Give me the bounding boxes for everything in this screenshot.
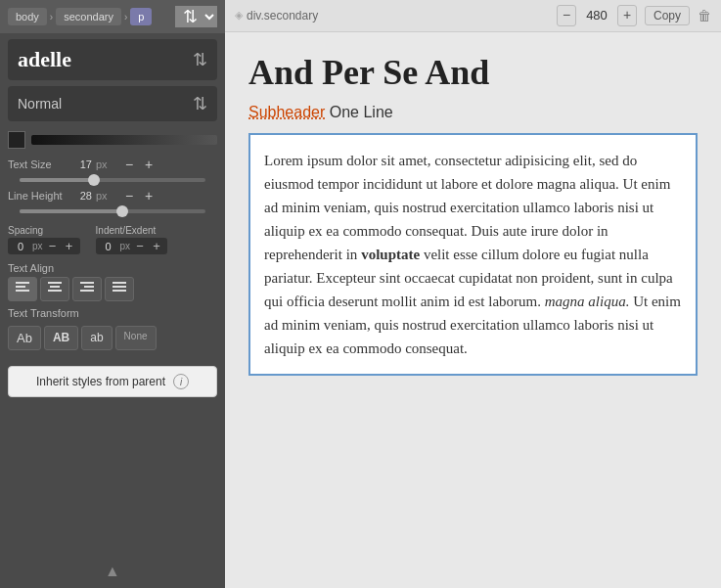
body-text-box: Lorem ipsum dolor sit amet, consectetur …: [248, 133, 698, 376]
text-size-plus[interactable]: +: [141, 157, 157, 172]
svg-rect-5: [48, 290, 62, 292]
indent-control: 0 px − +: [96, 238, 168, 254]
color-swatch[interactable]: [8, 131, 25, 149]
breadcrumb-p[interactable]: p: [130, 8, 152, 25]
align-center-btn[interactable]: [40, 277, 69, 301]
svg-rect-10: [113, 286, 126, 288]
align-justify-btn[interactable]: [105, 277, 134, 301]
svg-rect-9: [113, 282, 126, 284]
line-height-fill: [20, 209, 122, 213]
width-plus-btn[interactable]: +: [617, 5, 637, 26]
text-size-slider-container: [8, 178, 217, 188]
line-height-plus[interactable]: +: [141, 188, 157, 204]
text-size-label: Text Size: [8, 158, 68, 170]
svg-rect-0: [16, 282, 29, 284]
text-size-minus[interactable]: −: [121, 157, 137, 172]
spacing-minus[interactable]: −: [46, 240, 60, 252]
transform-titlecase-btn[interactable]: Ab: [8, 326, 41, 350]
style-name: Normal: [18, 96, 62, 112]
bold-word: voluptate: [361, 247, 420, 262]
line-height-track[interactable]: [20, 209, 205, 213]
text-size-value: 17: [72, 158, 92, 170]
line-height-row: Line Height 28 px − +: [8, 188, 217, 204]
align-center-icon: [48, 282, 62, 294]
breadcrumb-arrow-1: ›: [50, 12, 53, 23]
transform-uppercase-btn[interactable]: AB: [44, 326, 78, 350]
trash-icon[interactable]: 🗑: [698, 8, 711, 23]
line-height-label: Line Height: [8, 190, 68, 202]
chevron-up-icon: ▲: [105, 563, 120, 580]
text-align-label: Text Align: [0, 256, 225, 277]
text-transform-label: Text Transform: [0, 301, 225, 322]
spacing-plus[interactable]: +: [63, 240, 76, 252]
indent-plus[interactable]: +: [150, 240, 163, 252]
indent-label: Indent/Exdent: [96, 225, 168, 236]
style-arrows-icon[interactable]: ⇅: [193, 93, 207, 114]
inherit-styles-button[interactable]: Inherit styles from parent i: [8, 366, 217, 397]
inherit-styles-label: Inherit styles from parent: [36, 375, 165, 388]
width-control: − 480 +: [557, 5, 637, 26]
spacing-label: Spacing: [8, 225, 80, 236]
transform-none-btn[interactable]: None: [115, 326, 157, 350]
top-bar: ◈ div.secondary − 480 + Copy 🗑: [225, 0, 721, 32]
svg-rect-8: [80, 290, 94, 292]
svg-rect-3: [48, 282, 62, 284]
color-bar[interactable]: [31, 135, 217, 145]
breadcrumb-arrow-2: ›: [124, 12, 127, 23]
text-align-row: [0, 277, 225, 301]
svg-rect-11: [113, 290, 126, 292]
indent-group: Indent/Exdent 0 px − +: [96, 225, 168, 254]
line-height-slider-container: [8, 209, 217, 219]
subheader-part2: One Line: [325, 104, 392, 120]
content-area: And Per Se And Subheader One Line Lorem …: [225, 32, 721, 588]
indent-minus[interactable]: −: [133, 240, 147, 252]
bottom-arrow[interactable]: ▲: [0, 555, 225, 588]
transform-lowercase-btn[interactable]: ab: [81, 326, 112, 350]
font-selector[interactable]: adelle ⇅: [8, 39, 217, 80]
line-height-value: 28: [72, 190, 92, 202]
color-bar-row: [0, 127, 225, 153]
line-height-minus[interactable]: −: [121, 188, 137, 204]
width-value: 480: [580, 8, 613, 23]
breadcrumb-secondary[interactable]: secondary: [56, 8, 121, 25]
breadcrumb-select[interactable]: ⇅: [175, 6, 217, 27]
svg-rect-7: [84, 286, 94, 288]
style-selector[interactable]: Normal ⇅: [8, 86, 217, 121]
align-left-icon: [16, 282, 29, 294]
text-size-fill: [20, 178, 94, 182]
font-name: adelle: [18, 47, 71, 72]
svg-rect-2: [16, 290, 29, 292]
font-arrows-icon[interactable]: ⇅: [193, 49, 207, 70]
spacing-row: Spacing 0 px − + Indent/Exdent 0 px − +: [0, 223, 225, 256]
text-size-thumb[interactable]: [88, 174, 100, 186]
body-text: Lorem ipsum dolor sit amet, consectetur …: [264, 149, 682, 360]
copy-button[interactable]: Copy: [645, 6, 690, 25]
right-breadcrumb-icon: ◈: [235, 9, 243, 22]
subheader-part1: Subheader: [248, 104, 325, 120]
right-panel: ◈ div.secondary − 480 + Copy 🗑 And Per S…: [225, 0, 721, 588]
svg-rect-4: [50, 286, 60, 288]
line-height-unit: px: [96, 190, 117, 202]
text-transform-row: Ab AB ab None: [0, 322, 225, 354]
left-panel: body › secondary › p ⇅ adelle ⇅ Normal ⇅…: [0, 0, 225, 588]
svg-rect-1: [16, 286, 25, 288]
right-breadcrumb: ◈ div.secondary: [235, 9, 318, 23]
align-right-btn[interactable]: [72, 277, 102, 301]
italic-phrase: magna aliqua.: [545, 294, 630, 309]
text-size-unit: px: [96, 158, 117, 170]
text-size-track[interactable]: [20, 178, 205, 182]
line-height-thumb[interactable]: [116, 205, 128, 217]
spacing-unit: px: [32, 241, 43, 251]
indent-unit: px: [120, 241, 131, 251]
breadcrumb-body[interactable]: body: [8, 8, 47, 25]
width-minus-btn[interactable]: −: [557, 5, 576, 26]
indent-value: 0: [100, 241, 117, 252]
align-right-icon: [80, 282, 94, 294]
text-size-row: Text Size 17 px − +: [8, 157, 217, 172]
spacing-value: 0: [12, 241, 29, 252]
inherit-row: Inherit styles from parent i: [0, 358, 225, 405]
spacing-control: 0 px − +: [8, 238, 80, 254]
info-icon[interactable]: i: [173, 374, 189, 389]
align-justify-icon: [113, 282, 126, 294]
align-left-btn[interactable]: [8, 277, 37, 301]
